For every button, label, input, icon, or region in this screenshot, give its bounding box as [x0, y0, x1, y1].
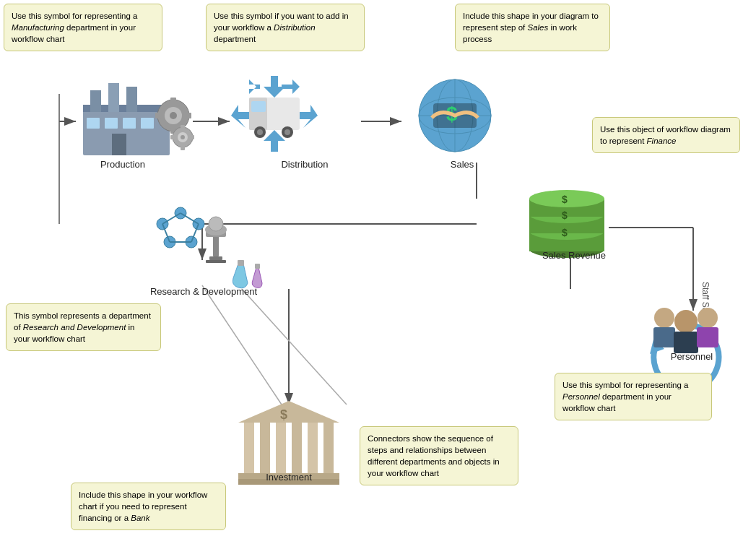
- svg-rect-77: [653, 327, 675, 347]
- svg-point-15: [170, 112, 177, 119]
- svg-rect-72: [206, 260, 226, 263]
- distribution-label: Distribution: [281, 159, 328, 170]
- svg-rect-11: [141, 118, 154, 129]
- investment-label: Investment: [266, 472, 312, 483]
- svg-rect-84: [260, 423, 270, 473]
- svg-marker-31: [231, 105, 249, 128]
- svg-rect-5: [90, 90, 101, 112]
- sales-icon: $: [419, 79, 491, 152]
- production-label: Production: [100, 159, 145, 170]
- tooltip-manufacturing: Use this symbol for representing a Manuf…: [4, 4, 162, 51]
- svg-rect-16: [170, 98, 176, 103]
- svg-text:$: $: [562, 209, 568, 221]
- svg-point-37: [257, 129, 263, 135]
- svg-rect-67: [213, 235, 219, 256]
- distribution-icon: [231, 76, 318, 152]
- diag-line-1: [242, 289, 347, 405]
- svg-marker-32: [249, 79, 260, 94]
- tooltip-investment: Include this shape in your workflow char…: [71, 483, 226, 530]
- svg-text:$: $: [562, 227, 568, 238]
- svg-rect-6: [108, 83, 119, 112]
- svg-text:$: $: [280, 407, 287, 422]
- sales-revenue-label: Sales Revenue: [542, 250, 606, 261]
- rd-label: Research & Development: [150, 286, 258, 297]
- tooltip-sales: Include this shape in your diagram to re…: [455, 4, 610, 51]
- svg-rect-7: [126, 87, 137, 112]
- svg-rect-8: [87, 118, 100, 129]
- svg-rect-26: [190, 135, 194, 139]
- svg-rect-73: [238, 260, 244, 266]
- svg-rect-25: [170, 135, 175, 139]
- personnel-label: Personnel: [671, 351, 713, 362]
- svg-rect-87: [308, 423, 318, 473]
- svg-marker-28: [282, 79, 300, 94]
- sales-revenue-icon: $ $ $: [529, 190, 604, 258]
- svg-marker-29: [300, 105, 318, 128]
- svg-text:$: $: [562, 194, 568, 205]
- svg-rect-23: [181, 125, 185, 129]
- tooltip-finance: Use this object of workflow diagram to r…: [592, 117, 740, 153]
- svg-rect-10: [123, 118, 136, 129]
- svg-rect-24: [181, 146, 185, 150]
- production-icon: [83, 83, 194, 155]
- svg-rect-86: [292, 423, 302, 473]
- svg-rect-85: [276, 423, 286, 473]
- svg-rect-79: [674, 332, 698, 353]
- svg-point-78: [674, 310, 698, 333]
- svg-rect-18: [155, 113, 161, 118]
- svg-rect-71: [209, 256, 222, 260]
- rd-icon: [157, 207, 262, 288]
- svg-point-70: [209, 217, 223, 231]
- tooltip-connectors: Connectors show the sequence of steps an…: [360, 426, 518, 485]
- svg-rect-35: [251, 101, 266, 112]
- svg-point-80: [698, 308, 718, 328]
- svg-rect-81: [697, 327, 718, 347]
- svg-rect-9: [105, 118, 118, 129]
- svg-rect-88: [323, 423, 334, 473]
- tooltip-personnel: Use this symbol for representing a Perso…: [555, 373, 712, 420]
- sales-label: Sales: [451, 159, 474, 170]
- svg-rect-74: [255, 264, 260, 269]
- svg-rect-83: [244, 423, 254, 473]
- svg-rect-12: [112, 134, 126, 155]
- svg-point-22: [181, 135, 185, 139]
- tooltip-rd: This symbol represents a department of R…: [6, 303, 161, 351]
- tooltip-distribution: Use this symbol if you want to add in yo…: [206, 4, 365, 51]
- svg-point-39: [284, 129, 290, 135]
- svg-marker-82: [238, 401, 339, 423]
- svg-point-76: [654, 308, 674, 328]
- diag-line-2: [202, 285, 282, 405]
- svg-rect-19: [186, 113, 191, 118]
